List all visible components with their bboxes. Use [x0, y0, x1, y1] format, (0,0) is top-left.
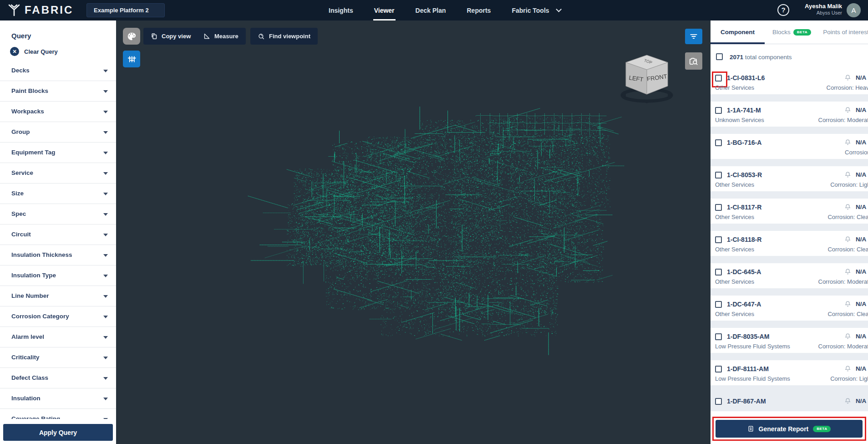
component-row[interactable]: 1-CI-8118-R N/A Other Services Corrosion…	[711, 231, 868, 256]
platform-selector[interactable]: Example Platform 2	[86, 3, 165, 17]
component-checkbox[interactable]	[715, 75, 722, 82]
component-checkbox[interactable]	[715, 398, 722, 405]
component-checkbox[interactable]	[715, 107, 722, 114]
find-viewpoint-button[interactable]: Find viewpoint	[250, 28, 318, 45]
component-service: Low Pressure Fluid Systems	[715, 343, 790, 350]
panel-tab[interactable]: Blocks BETA	[765, 20, 819, 44]
avatar[interactable]: A	[847, 3, 861, 17]
component-tag: 1-CI-8117-R	[727, 204, 761, 211]
component-corrosion: Corrosion:	[845, 149, 868, 156]
chevron-down-icon	[103, 172, 108, 175]
navigation-cube[interactable]: LEFT FRONT TOP	[620, 52, 675, 103]
component-checkbox[interactable]	[715, 172, 722, 179]
component-corrosion: Corrosion: Light	[830, 181, 868, 188]
component-checkbox[interactable]	[715, 301, 722, 308]
query-filter-accordion[interactable]: Circuit	[0, 225, 116, 245]
component-service: Other Services	[715, 246, 754, 253]
component-checkbox[interactable]	[715, 139, 722, 146]
query-filter-accordion[interactable]: Paint Blocks	[0, 81, 116, 102]
component-tag: 1-CI-0831-L6	[727, 74, 765, 82]
alarm-level-value: N/A	[856, 268, 866, 275]
component-row[interactable]: 1-CI-8117-R N/A Other Services Corrosion…	[711, 199, 868, 224]
chevron-down-icon	[103, 295, 108, 298]
component-checkbox[interactable]	[715, 366, 722, 373]
3d-viewer: Copy view Measure Find viewpoint	[116, 20, 711, 444]
component-corrosion: Corrosion: Moderate	[818, 278, 868, 285]
filter-list-button[interactable]	[685, 29, 702, 44]
query-filter-accordion[interactable]: Spec	[0, 204, 116, 225]
panel-tab[interactable]: Points of interest	[819, 20, 868, 44]
clear-x-icon: ✕	[10, 47, 19, 56]
component-panel: Component Blocks BETA Points of interest…	[711, 20, 868, 444]
component-checkbox[interactable]	[715, 333, 722, 340]
alarm-bell-icon	[844, 236, 851, 243]
clear-query-button[interactable]: ✕ Clear Query	[10, 47, 58, 56]
component-tag: 1-CI-8053-R	[727, 171, 762, 179]
component-corrosion: Corrosion: Clean	[827, 246, 868, 253]
generate-report-button[interactable]: Generate Report BETA	[716, 420, 863, 438]
palette-button[interactable]	[123, 28, 140, 45]
query-filter-accordion[interactable]: Service	[0, 163, 116, 184]
component-tag: 1-1A-741-M	[727, 107, 761, 114]
component-row[interactable]: 1-BG-716-A N/A Corrosion:	[711, 134, 868, 159]
component-checkbox[interactable]	[715, 236, 722, 243]
component-corrosion: Corrosion: Moderate	[818, 117, 868, 123]
query-filter-accordion[interactable]: Coverage Rating	[0, 409, 116, 419]
nav-tab[interactable]: Reports	[467, 0, 491, 20]
component-service: Low Pressure Fluid Systems	[715, 375, 790, 382]
alarm-level-value: N/A	[856, 74, 866, 81]
query-filter-accordion[interactable]: Corrosion Category	[0, 306, 116, 327]
query-filter-accordion[interactable]: Group	[0, 122, 116, 143]
component-row[interactable]: 1-DC-645-A N/A Other Services Corrosion:…	[711, 263, 868, 288]
component-row[interactable]: 1-1A-741-M N/A Unknown Services Corrosio…	[711, 102, 868, 127]
user-info[interactable]: Ayesha Malik Abyss User	[768, 3, 842, 15]
chevron-down-icon	[103, 398, 108, 400]
chevron-down-icon	[103, 316, 108, 318]
component-row[interactable]: 1-DC-647-A N/A Other Services Corrosion:…	[711, 296, 868, 321]
chevron-down-icon	[103, 336, 108, 339]
query-filter-accordion[interactable]: Line Number	[0, 286, 116, 306]
camera-search-button[interactable]	[685, 52, 702, 70]
query-panel-title: Query	[11, 32, 31, 40]
beta-badge: BETA	[793, 29, 811, 36]
query-filter-accordion[interactable]: Defect Class	[0, 368, 116, 388]
query-filter-accordion[interactable]: Criticality	[0, 347, 116, 368]
display-settings-button[interactable]	[123, 51, 140, 67]
nav-tab[interactable]: Insights	[329, 0, 353, 20]
component-checkbox[interactable]	[715, 204, 722, 211]
component-row[interactable]: 1-CI-0831-L6 N/A Other Services Corrosio…	[711, 69, 868, 94]
component-corrosion: Corrosion: Clean	[827, 311, 868, 317]
copy-icon	[151, 33, 157, 40]
query-filter-accordion[interactable]: Size	[0, 184, 116, 204]
component-row[interactable]: 1-DF-8111-AM N/A Low Pressure Fluid Syst…	[711, 360, 868, 385]
nav-tab[interactable]: Fabric Tools	[512, 0, 559, 20]
camera-search-icon	[689, 56, 699, 66]
query-filter-accordion[interactable]: Equipment Tag	[0, 143, 116, 163]
component-tag: 1-DC-647-A	[727, 301, 761, 308]
component-row[interactable]: 1-CI-8053-R N/A Other Services Corrosion…	[711, 166, 868, 191]
query-filter-accordion[interactable]: Alarm level	[0, 327, 116, 347]
query-filter-accordion[interactable]: Insulation	[0, 388, 116, 409]
query-filter-accordion[interactable]: Insulation Thickness	[0, 245, 116, 265]
alarm-bell-icon	[844, 365, 851, 372]
component-checkbox[interactable]	[715, 269, 722, 276]
component-row[interactable]: 1-DF-8035-AM N/A Low Pressure Fluid Syst…	[711, 328, 868, 353]
component-panel-tabs: Component Blocks BETA Points of interest	[711, 20, 868, 44]
nav-tab[interactable]: Deck Plan	[416, 0, 446, 20]
select-all-checkbox[interactable]	[716, 53, 723, 60]
copy-view-button[interactable]: Copy view	[143, 28, 198, 45]
chevron-down-icon	[103, 213, 108, 216]
chevron-down-icon	[103, 357, 108, 359]
query-filter-accordion[interactable]: Workpacks	[0, 102, 116, 122]
apply-query-button[interactable]: Apply Query	[3, 424, 113, 441]
main-nav: Insights Viewer Deck Plan Reports Fabric…	[329, 0, 560, 20]
nav-tab[interactable]: Viewer	[374, 0, 395, 20]
query-filter-accordion[interactable]: Decks	[0, 61, 116, 81]
alarm-bell-icon	[844, 74, 851, 81]
total-label: total components	[745, 54, 792, 61]
fabric-logo-icon	[7, 3, 21, 17]
measure-button[interactable]: Measure	[196, 28, 246, 45]
chevron-down-icon	[103, 111, 108, 113]
query-filter-accordion[interactable]: Insulation Type	[0, 265, 116, 286]
panel-tab[interactable]: Component	[711, 20, 765, 44]
